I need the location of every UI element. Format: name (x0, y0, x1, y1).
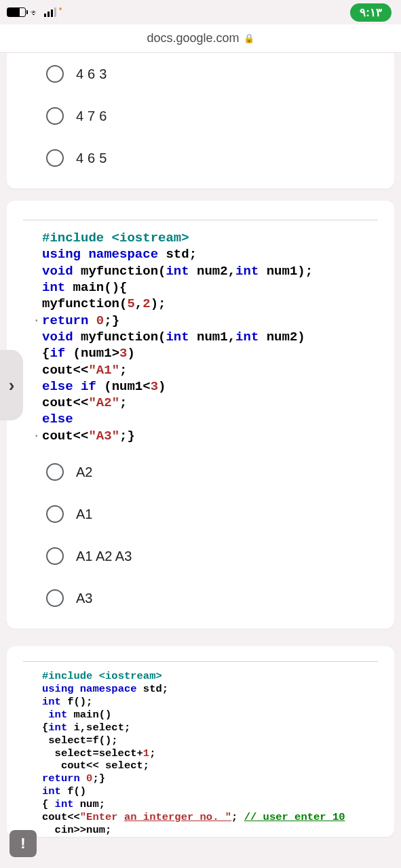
option-label: A3 (76, 591, 92, 606)
clock: ۹:۱۳ (350, 3, 392, 22)
radio-icon (46, 463, 64, 481)
radio-icon (46, 149, 64, 167)
code-block: #include <iostream> using namespace std;… (7, 667, 394, 837)
radio-option[interactable]: 476 (7, 95, 394, 137)
radio-option[interactable]: 465 (7, 137, 394, 179)
divider (23, 220, 378, 220)
battery-icon (7, 7, 26, 17)
option-label: A1 (76, 507, 92, 522)
option-label: A2 (76, 465, 92, 480)
url-text: docs.google.com (147, 31, 239, 45)
radio-icon (46, 107, 64, 125)
side-tab[interactable]: › (0, 350, 23, 420)
question-card-1: 463 476 465 (7, 53, 394, 189)
status-bar: ᯤ ۹:۱۳ (0, 0, 401, 24)
chevron-right-icon: › (9, 375, 15, 396)
divider (23, 661, 378, 662)
exclamation-icon: ! (20, 835, 25, 852)
radio-option[interactable]: 463 (7, 53, 394, 95)
url-bar[interactable]: docs.google.com 🔒 (0, 24, 401, 53)
radio-icon (46, 589, 64, 607)
radio-icon (46, 65, 64, 83)
option-label: 476 (76, 108, 111, 124)
option-label: 463 (76, 66, 111, 82)
report-button[interactable]: ! (9, 830, 37, 857)
radio-option[interactable]: A1 (7, 493, 394, 535)
option-label: A1 A2 A3 (76, 549, 132, 564)
radio-icon (46, 547, 64, 565)
status-left: ᯤ (7, 7, 62, 18)
question-card-2: #include <iostream> using namespace std;… (7, 201, 394, 629)
code-block: #include <iostream> using namespace std;… (7, 226, 394, 451)
lock-icon: 🔒 (244, 33, 254, 43)
question-card-3: #include <iostream> using namespace std;… (7, 646, 394, 837)
radio-icon (46, 505, 64, 523)
signal-icon (44, 7, 62, 17)
wifi-icon: ᯤ (30, 7, 40, 18)
radio-option[interactable]: A1 A2 A3 (7, 535, 394, 577)
option-label: 465 (76, 151, 111, 166)
radio-option[interactable]: A2 (7, 451, 394, 493)
radio-option[interactable]: A3 (7, 577, 394, 619)
